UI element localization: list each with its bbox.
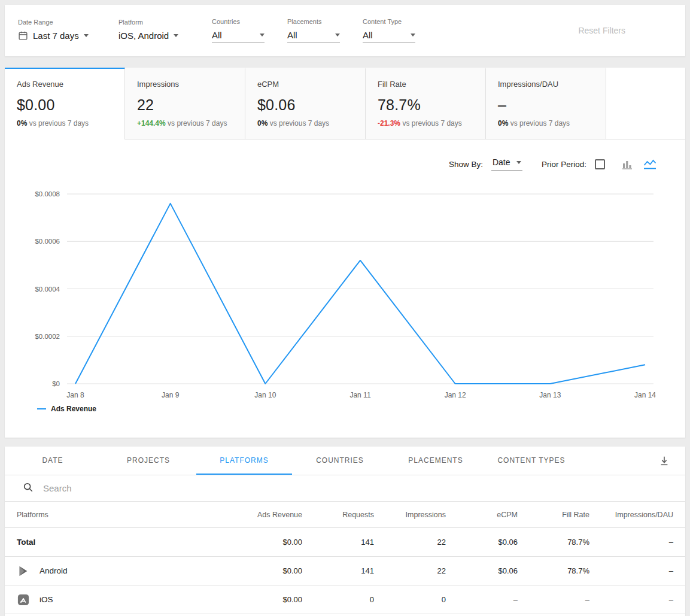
metric-delta: 0% vs previous 7 days [498,119,594,128]
row-label: Total [17,538,35,547]
bar-chart-icon[interactable] [622,158,634,170]
svg-text:$0: $0 [52,380,60,387]
date-range-value: Last 7 days [33,31,79,41]
cell-requests: 0 [302,595,374,604]
chart-controls: Show By: Date Prior Period: [5,155,685,173]
revenue-line-chart: $0.0008$0.0006$0.0004$0.0002$0Jan 8Jan 9… [5,178,685,402]
row-label: Android [39,566,68,575]
platform-filter: Platform iOS, Android [118,19,189,43]
tab-platforms[interactable]: PLATFORMS [196,447,292,475]
chart-type-toggle [622,158,656,170]
show-by-select[interactable]: Date [491,157,522,171]
chevron-down-icon [84,34,89,37]
calendar-icon [18,31,28,41]
metric-tab-ads-revenue[interactable]: Ads Revenue $0.00 0% vs previous 7 days [5,68,125,139]
metric-value: $0.06 [257,96,353,114]
table-header-row: Platforms Ads Revenue Requests Impressio… [5,502,685,528]
platform-select[interactable]: iOS, Android [118,31,189,43]
search-icon [23,482,34,495]
breakdown-tabs: DATE PROJECTS PLATFORMS COUNTRIES PLACEM… [5,447,685,475]
countries-label: Countries [212,18,265,25]
tab-countries[interactable]: COUNTRIES [292,447,388,475]
chart-legend: Ads Revenue [5,405,685,413]
countries-value: All [212,30,222,40]
content-type-filter: Content Type All [363,18,415,43]
cell-ads-revenue: $0.00 [227,538,302,547]
tab-placements[interactable]: PLACEMENTS [388,447,484,475]
platform-value: iOS, Android [118,31,169,41]
column-header-requests: Requests [302,511,374,519]
metric-value: $0.00 [17,96,113,114]
search-input[interactable] [43,483,685,493]
metric-delta: +144.4% vs previous 7 days [137,119,233,128]
prior-period-label: Prior Period: [542,160,586,169]
tab-date[interactable]: DATE [5,447,101,475]
metric-tab-impressions[interactable]: Impressions 22 +144.4% vs previous 7 day… [125,68,245,139]
svg-text:Jan 12: Jan 12 [445,391,466,399]
table-row-ios[interactable]: iOS $0.00 0 0 – – – [5,585,685,614]
placements-value: All [287,30,297,40]
tab-content-types[interactable]: CONTENT TYPES [484,447,579,475]
metric-tabs: Ads Revenue $0.00 0% vs previous 7 days … [5,68,685,139]
chevron-down-icon [335,34,340,37]
cell-fill-rate: – [518,595,589,604]
metric-value: 78.7% [378,96,473,114]
placements-select[interactable]: All [287,30,340,43]
column-header-ecpm: eCPM [446,511,518,519]
svg-text:Jan 10: Jan 10 [254,391,276,399]
metric-tab-ecpm[interactable]: eCPM $0.06 0% vs previous 7 days [245,68,366,139]
metric-tab-fill-rate[interactable]: Fill Rate 78.7% -21.3% vs previous 7 day… [366,68,486,139]
show-by-value: Date [493,157,510,167]
cell-impressions-dau: – [589,595,685,604]
content-type-value: All [363,30,373,40]
search-bar [5,475,685,502]
cell-impressions: 22 [374,538,446,547]
ads-analytics-dashboard: { "colors": { "accent": "#2196f3", "posi… [0,0,690,616]
metric-label: Impressions [137,80,233,89]
prior-period-checkbox[interactable] [595,159,605,169]
tab-projects[interactable]: PROJECTS [101,447,196,475]
cell-fill-rate: 78.7% [518,538,589,547]
content-type-select[interactable]: All [363,30,415,43]
metric-tab-impressions-dau[interactable]: Impressions/DAU – 0% vs previous 7 days [486,68,606,139]
reset-filters-button[interactable]: Reset Filters [578,26,625,35]
metric-delta: 0% vs previous 7 days [257,119,353,128]
line-chart-icon[interactable] [643,158,656,170]
column-header-fill-rate: Fill Rate [518,511,589,519]
chevron-down-icon [174,34,178,37]
cell-impressions-dau: – [589,538,685,547]
android-platform-icon [17,565,30,577]
cell-impressions: 0 [374,595,446,604]
column-header-ads-revenue: Ads Revenue [227,511,302,519]
filter-bar: Date Range Last 7 days Platform iOS, And… [5,5,685,56]
date-range-label: Date Range [18,19,96,26]
table-row-android[interactable]: Android $0.00 141 22 $0.06 78.7% – [5,557,685,585]
date-range-filter: Date Range Last 7 days [18,19,96,43]
cell-ads-revenue: $0.00 [227,566,302,575]
column-header-impressions: Impressions [374,511,446,519]
date-range-select[interactable]: Last 7 days [18,31,96,43]
svg-text:$0.0004: $0.0004 [35,286,60,293]
svg-text:Jan 13: Jan 13 [539,391,561,399]
column-header-platforms: Platforms [5,511,227,519]
countries-select[interactable]: All [212,30,265,43]
cell-fill-rate: 78.7% [518,566,589,575]
table-row-total[interactable]: Total $0.00 141 22 $0.06 78.7% – [5,528,685,557]
ios-platform-icon [17,594,30,606]
cell-requests: 141 [302,538,374,547]
metric-value: 22 [137,96,233,114]
svg-text:Jan 8: Jan 8 [66,391,84,399]
metric-tabs-filler [606,68,685,139]
overview-card: Ads Revenue $0.00 0% vs previous 7 days … [5,68,685,438]
legend-label: Ads Revenue [51,405,96,413]
metric-label: Ads Revenue [17,80,113,89]
show-by-label: Show By: [449,160,483,169]
metric-delta: 0% vs previous 7 days [17,119,113,128]
column-header-impressions-dau: Impressions/DAU [589,511,685,519]
cell-ecpm: $0.06 [446,566,518,575]
countries-filter: Countries All [212,18,265,43]
svg-text:$0.0008: $0.0008 [35,190,60,198]
download-icon[interactable] [659,447,670,475]
metric-label: Fill Rate [378,80,473,89]
platform-label: Platform [118,19,189,26]
